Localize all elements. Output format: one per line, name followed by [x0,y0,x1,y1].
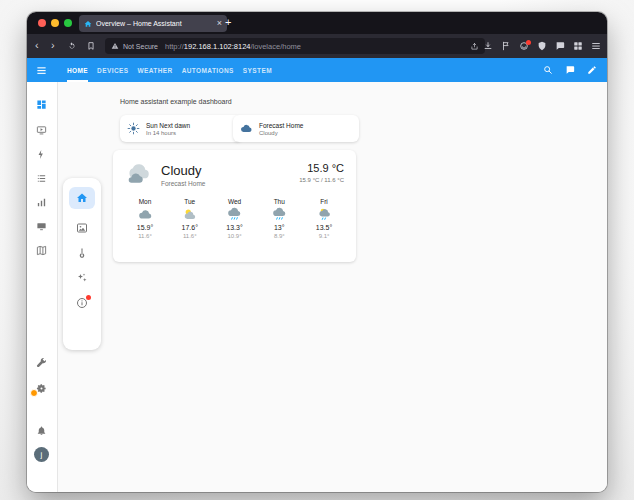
entity-card-subtitle: In 14 hours [146,130,190,136]
nav-home-button[interactable] [69,187,95,209]
toolbar-right-icons [483,34,601,58]
screen: Overview – Home Assistant × + ‹ › Not Se… [0,0,634,500]
entity-card-title: Sun Next dawn [146,122,190,129]
ha-header: HOME DEVICES WEATHER AUTOMATIONS SYSTEM [27,58,607,82]
nav-info-button[interactable] [76,297,88,309]
sidebar-toggle-button[interactable] [36,65,47,76]
forecast-day: Fri 13.5° 9.1° [304,198,344,239]
weather-temperature: 15.9 °C [307,162,344,174]
flag-button[interactable] [501,41,511,51]
forward-button[interactable]: › [51,39,55,52]
sun-icon [127,122,140,135]
tab-weather[interactable]: WEATHER [137,58,172,82]
lightning-icon [36,149,47,160]
new-tab-button[interactable]: + [225,16,231,29]
chat-bubble-icon [565,65,575,75]
home-icon [76,192,88,204]
photo-icon [76,222,88,234]
app-menu-button[interactable] [591,41,601,51]
list-icon [36,173,47,184]
sidebar-item-logbook[interactable] [27,168,56,188]
sidebar-item-developer-tools[interactable] [27,352,56,372]
tab-close-icon[interactable]: × [217,19,222,28]
rainy-icon [272,207,287,222]
entity-card-text: Sun Next dawn In 14 hours [146,122,190,136]
sidebar-item-map[interactable] [27,240,56,260]
nav-climate-button[interactable] [76,247,88,259]
forecast-high: 17.6° [182,224,198,231]
reload-button[interactable] [67,41,77,51]
tab-devices[interactable]: DEVICES [97,58,128,82]
ha-header-actions [543,58,597,82]
dashboard-content: Home assistant example dashboard Sun Nex… [57,82,607,492]
map-icon [36,245,47,256]
assist-button[interactable] [565,65,575,75]
sidebar-item-energy[interactable] [27,144,56,164]
nav-automations-button[interactable] [76,272,88,284]
url-text: http:// 192.168.1.102:8124 /lovelace/hom… [165,42,301,51]
tab-title: Overview – Home Assistant [96,20,213,27]
user-avatar: j [34,447,49,462]
dashboard-icon [36,99,47,110]
forecast-day: Thu 13° 8.9° [259,198,299,239]
firefox-view-button[interactable] [519,41,529,51]
media-icon [36,125,47,136]
menu-icon [591,41,601,51]
ha-sidebar: j [27,82,58,492]
sidebar-item-media[interactable] [27,120,56,140]
url-host: 192.168.1.102:8124 [184,42,251,51]
window-minimize-button[interactable] [51,19,59,27]
not-secure-warning-icon [111,42,119,50]
sidebar-item-notifications[interactable] [27,420,56,440]
messages-button[interactable] [555,41,565,51]
sun-entity-card[interactable]: Sun Next dawn In 14 hours [120,115,242,142]
tab-automations[interactable]: AUTOMATIONS [182,58,234,82]
nav-cameras-button[interactable] [76,222,88,234]
thermometer-icon [76,247,88,259]
search-button[interactable] [543,65,553,75]
browser-tab[interactable]: Overview – Home Assistant × [79,15,227,32]
forecast-high: 13° [274,224,285,231]
forecast-low: 11.6° [183,233,197,239]
forecast-high: 13.3° [226,224,242,231]
security-label: Not Secure [123,43,158,50]
back-button[interactable]: ‹ [35,39,39,52]
cloud-icon [240,122,253,135]
url-bar[interactable]: Not Secure http:// 192.168.1.102:8124 /l… [105,38,485,54]
bookmark-icon [86,41,96,51]
downloads-button[interactable] [483,41,493,51]
forecast-low: 8.9° [274,233,285,239]
window-close-button[interactable] [38,19,46,27]
apps-grid-button[interactable] [573,41,583,51]
share-button[interactable] [470,42,479,51]
settings-notification-badge [30,389,38,397]
privacy-shield-button[interactable] [537,41,547,51]
reload-icon [67,41,77,51]
forecast-day: Mon 15.9° 11.6° [125,198,165,239]
sidebar-item-settings[interactable] [27,378,56,398]
sidebar-item-profile[interactable]: j [27,444,56,464]
window-zoom-button[interactable] [64,19,72,27]
forecast-low: 10.9° [227,233,241,239]
sidebar-item-history[interactable] [27,192,56,212]
tab-home[interactable]: HOME [67,58,88,82]
tv-icon [36,221,47,232]
wrench-icon [36,357,47,368]
forecast-day-label: Wed [228,198,241,205]
quick-nav-panel [63,178,101,350]
weather-state: Cloudy [161,163,201,178]
weather-today-range: 15.9 °C / 11.6 °C [299,177,344,183]
edit-dashboard-button[interactable] [587,65,597,75]
sidebar-item-overview[interactable] [27,94,56,114]
search-icon [543,65,553,75]
hamburger-icon [36,65,47,76]
shield-icon [537,41,547,51]
tab-system[interactable]: SYSTEM [243,58,272,82]
browser-toolbar: ‹ › Not Secure http:// 192.168.1.102:812… [27,34,607,58]
forecast-low: 9.1° [319,233,330,239]
forecast-entity-card[interactable]: Forecast Home Cloudy [233,115,359,142]
weather-state-icon [124,161,154,187]
weather-card[interactable]: Cloudy Forecast Home 15.9 °C 15.9 °C / 1… [113,150,356,262]
bookmark-button[interactable] [86,41,96,51]
sidebar-item-media-browser[interactable] [27,216,56,236]
